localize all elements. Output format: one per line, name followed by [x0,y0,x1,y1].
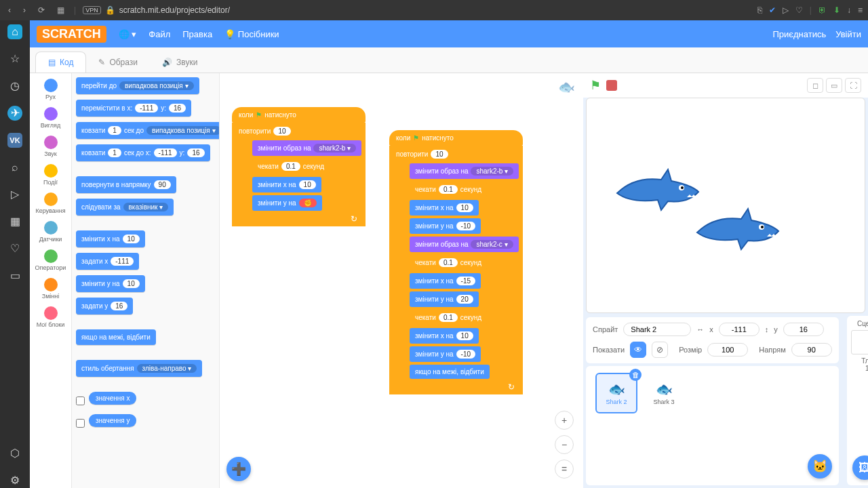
category-Оператори[interactable]: Оператори [30,247,71,274]
zoom-in-button[interactable]: + [555,411,574,430]
category-Вигляд[interactable]: Вигляд [30,104,71,131]
glidexy-block[interactable]: ковзати1сек до x:-111y:16 [76,144,210,161]
sety-block[interactable]: задати y16 [76,298,133,314]
download-icon[interactable]: ⬇ [833,5,840,15]
join-link[interactable]: Приєднатись [773,29,827,39]
flag-icon: ⚑ [256,111,262,119]
category-Датчики[interactable]: Датчики [30,218,71,245]
green-flag-button[interactable]: ⚑ [590,78,601,93]
category-Рух[interactable]: Рух [30,76,71,103]
category-color-icon [44,136,58,149]
edit-menu[interactable]: Правка [182,29,212,39]
follow-block[interactable]: слідувати завказівник ▾ [76,199,174,216]
code-icon: ▤ [48,58,56,67]
editor-tabs: ▤Код ✎Образи 🔊Звуки [30,47,868,73]
sprite-direction-input[interactable] [791,343,832,357]
vk-icon[interactable]: VK [7,133,22,148]
sprite-tile-shark3[interactable]: 🐟 Shark 3 [643,373,685,413]
bounce-block[interactable]: якщо на межі, відбити [76,329,156,345]
category-Події[interactable]: Події [30,161,71,188]
shark-icon: 🐟 [608,381,625,397]
reload-icon[interactable]: ⟳ [35,5,47,15]
ypos-check[interactable] [76,419,85,428]
file-menu[interactable]: Файл [149,29,170,39]
hide-button[interactable]: ⊘ [652,342,668,358]
add-backdrop-button[interactable]: 🖼 [852,455,868,480]
xpos-check[interactable] [76,396,85,405]
changex-block[interactable]: змінити x на10 [76,230,145,247]
sprite-name-input[interactable] [623,323,691,336]
zoom-reset-button[interactable]: = [555,460,574,479]
heart2-icon[interactable]: ♡ [7,241,22,256]
downloads-icon[interactable]: ↓ [847,5,851,15]
wait-block: чекати0.1секунд [252,159,330,174]
play-icon[interactable]: ▷ [7,187,22,202]
script-stack-2[interactable]: коли⚑натиснуто повторити10 змінити образ… [389,130,523,394]
stage-selector[interactable]: Сцена Тло 1 🖼 [847,316,868,485]
cube-icon[interactable]: ⬡ [7,446,22,461]
home-icon[interactable]: ⌂ [7,24,22,39]
point-block[interactable]: повернути в напрямку90 [76,176,176,193]
tutorials-menu[interactable]: 💡 Посібники [224,29,279,39]
heart-icon[interactable]: ♡ [795,5,803,15]
tab-code[interactable]: ▤Код [35,52,86,73]
url-bar[interactable]: VPN 🔒 scratch.mit.edu/projects/editor/ [83,5,230,15]
sprite-watermark: 🐟 [558,79,575,95]
flag-icon: ⚑ [413,134,419,142]
script-canvas[interactable]: 🐟 коли⚑натиснуто повторити10 змінити обр… [220,73,583,488]
extensions-button[interactable]: ➕ [226,457,251,481]
category-color-icon [44,164,58,178]
sprite-x-input[interactable] [719,323,760,336]
gotoxy-block[interactable]: перемістити в x:-111y:16 [76,100,191,117]
category-Керування[interactable]: Керування [30,190,71,217]
signin-link[interactable]: Увійти [835,29,861,39]
grid-icon[interactable]: ▦ [54,5,67,15]
adblock-icon[interactable]: ⛨ [818,5,827,15]
apps-icon[interactable]: ▦ [7,214,22,229]
rotation-block[interactable]: стиль обертаннязліва-направо ▾ [76,360,202,377]
xpos-reporter[interactable]: значення x [89,392,136,405]
send-icon[interactable]: ▷ [783,5,789,15]
nav-forward-icon[interactable]: › [20,5,28,15]
sprite-y-input[interactable] [783,323,824,336]
stop-button[interactable] [606,80,617,91]
star-icon[interactable]: ☆ [7,52,22,66]
changex-block: змінити x на10 [252,177,321,192]
goto-block[interactable]: перейти довипадкова позиція ▾ [76,77,199,94]
block-palette: перейти довипадкова позиція ▾ перемістит… [72,73,220,488]
scratch-logo[interactable]: SCRATCH [37,26,106,43]
menu-icon[interactable]: ≡ [858,5,863,15]
add-sprite-button[interactable]: 🐱 [808,454,832,479]
setx-block[interactable]: задати x-111 [76,253,139,270]
globe-icon[interactable]: 🌐 ▾ [119,29,137,39]
nav-back-icon[interactable]: ‹ [5,5,14,15]
clock-icon[interactable]: ◷ [7,79,22,94]
search-icon[interactable]: ⌕ [7,160,22,175]
news-icon[interactable]: ▭ [7,268,22,283]
delete-sprite-icon[interactable]: 🗑 [629,369,642,381]
changey-block[interactable]: змінити y на10 [76,275,145,292]
gear-icon[interactable]: ⚙ [7,473,22,488]
camera-icon[interactable]: ⎘ [757,5,762,15]
script-stack-1[interactable]: коли⚑натиснуто повторити10 змінити образ… [232,107,366,226]
cursor-grab-icon: ✊ [299,199,317,207]
category-Змінні[interactable]: Змінні [30,275,71,302]
small-stage-button[interactable]: ◻ [807,78,823,93]
shield-check-icon[interactable]: ✔ [769,5,776,15]
large-stage-button[interactable]: ▭ [826,78,842,93]
tab-costumes[interactable]: ✎Образи [86,52,150,73]
category-color-icon [44,278,58,291]
glide-block[interactable]: ковзати1сек довипадкова позиція ▾ [76,122,220,139]
telegram-icon[interactable]: ✈ [7,106,22,121]
sprite-size-input[interactable] [707,343,748,357]
ypos-reporter[interactable]: значення y [89,414,136,427]
stage-thumbnail[interactable] [851,330,868,354]
show-button[interactable]: 👁 [630,342,646,358]
stage[interactable] [586,98,865,313]
fullscreen-button[interactable]: ⛶ [845,78,861,93]
zoom-out-button[interactable]: − [555,435,574,454]
sprite-tile-shark2[interactable]: 🗑 🐟 Shark 2 [595,373,637,413]
category-Мої блоки[interactable]: Мої блоки [30,304,71,331]
tab-sounds[interactable]: 🔊Звуки [150,52,210,73]
category-Звук[interactable]: Звук [30,133,71,160]
